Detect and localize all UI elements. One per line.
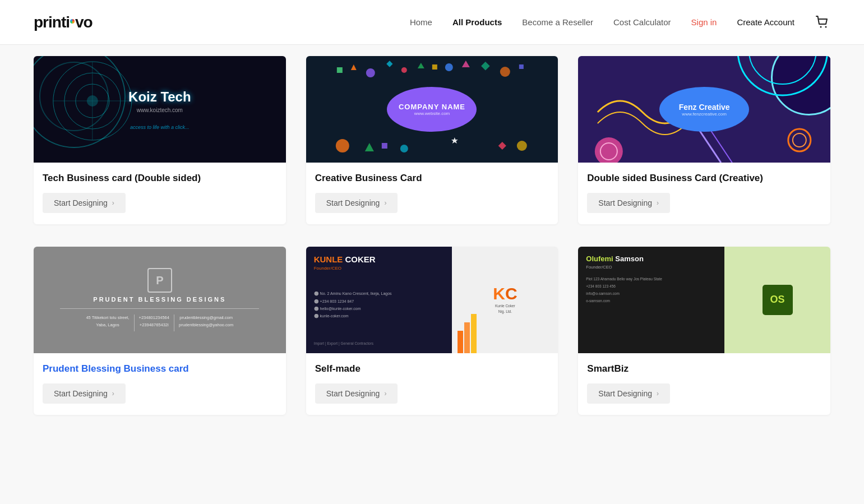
smartbiz-contact: Plot 123 Ahamadu Bello way Jos Plateau S… [586,275,717,304]
chevron-right-icon: › [112,199,114,207]
smartbiz-left: Olufemi Samson Founder/CEO Plot 123 Aham… [578,247,724,353]
svg-marker-26 [451,137,458,144]
svg-rect-11 [386,61,392,67]
product-info-prudent: Prudent Blessing Business card Start Des… [34,353,286,415]
header: printi vo Home All Products Become a Res… [0,0,864,45]
prudent-contact-row: 45 Titikekori tolu street,Yaba, Lagos +2… [86,315,233,331]
svg-rect-24 [498,142,506,150]
smartbiz-name: Olufemi Samson [586,255,717,263]
smartbiz-right: OS [724,247,830,353]
card-tech-company: Koiz Tech [128,89,191,105]
start-designing-button-selfmade[interactable]: Start Designing › [315,383,398,404]
svg-point-28 [749,56,816,84]
product-info-tech: Tech Business card (Double sided) Start … [34,163,286,224]
svg-point-5 [87,95,98,107]
nav-home[interactable]: Home [410,17,432,27]
product-title-smartbiz: SmartBiz [587,362,821,376]
svg-point-10 [366,68,375,77]
svg-rect-14 [432,64,437,70]
products-grid: Koiz Tech www.koiztech.com access to lif… [34,45,830,415]
selfmade-bars [458,314,477,353]
prudent-divider [60,308,259,309]
product-image-tech: Koiz Tech www.koiztech.com access to lif… [34,56,286,163]
product-title-prudent: Prudent Blessing Business card [43,362,277,376]
product-card-double-sided-creative: Fenz Creative www.fenzcreative.com Doubl… [578,56,830,224]
product-card-creative-business-card: COMPANY NAME www.website.com Creative Bu… [306,56,558,224]
logo-text-after: vo [75,13,93,31]
start-designing-button-tech[interactable]: Start Designing › [43,193,126,213]
svg-point-23 [400,145,408,152]
selfmade-footer: Import | Export | General Contractors [314,341,445,345]
chevron-right-icon: › [657,199,659,207]
card-double-oval: Fenz Creative www.fenzcreative.com [659,87,749,132]
card-preview-creative: COMPANY NAME www.website.com [306,56,558,163]
product-card-tech-business-card: Koiz Tech www.koiztech.com access to lif… [34,56,286,224]
prudent-divider-v [134,315,135,331]
svg-rect-22 [381,143,387,149]
card-creative-company: COMPANY NAME [399,103,465,111]
svg-line-31 [699,129,721,163]
svg-point-15 [445,63,452,71]
card-preview-tech: Koiz Tech www.koiztech.com access to lif… [34,56,286,163]
product-info-smartbiz: SmartBiz Start Designing › [578,353,830,415]
product-info-creative: Creative Business Card Start Designing › [306,163,558,224]
smartbiz-role: Founder/CEO [586,265,717,270]
svg-point-29 [595,137,623,163]
product-info-double: Double sided Business Card (Creative) St… [578,163,830,224]
cart-icon[interactable] [815,15,830,30]
card-preview-selfmade: KUNLE COKER Founder/CEO ⚪ No. 2 Aminu Ka… [306,247,558,353]
selfmade-monogram: KC [493,285,517,302]
selfmade-company: Kunle CokerNig. Ltd. [495,303,515,315]
svg-marker-16 [461,61,469,67]
svg-point-12 [401,67,406,73]
svg-point-34 [793,133,806,147]
chevron-right-icon: › [112,390,114,397]
prudent-emails: prudentblessing@gmail.comprudentblessing… [179,315,233,329]
selfmade-left: KUNLE COKER Founder/CEO ⚪ No. 2 Aminu Ka… [306,247,452,353]
svg-point-4 [76,84,109,118]
card-preview-smartbiz: Olufemi Samson Founder/CEO Plot 123 Aham… [578,247,830,353]
chevron-right-icon: › [384,390,386,397]
start-designing-button-smartbiz[interactable]: Start Designing › [587,383,670,404]
nav-cost-calculator[interactable]: Cost Calculator [613,17,671,27]
product-title-double: Double sided Business Card (Creative) [587,172,821,185]
svg-point-20 [335,139,349,152]
card-double-url: www.fenzcreative.com [682,112,727,117]
nav-create-account[interactable]: Create Account [737,17,794,27]
logo-text-before: printi [34,13,70,31]
start-designing-button-prudent[interactable]: Start Designing › [43,383,126,404]
prudent-company-name: PRUDENT BLESSING DESIGNS [93,296,226,303]
nav-become-reseller[interactable]: Become a Reseller [522,17,593,27]
svg-rect-8 [336,67,342,73]
product-title-creative: Creative Business Card [315,172,549,185]
product-title-tech: Tech Business card (Double sided) [43,172,277,185]
product-image-creative: COMPANY NAME www.website.com [306,56,558,163]
product-image-selfmade: KUNLE COKER Founder/CEO ⚪ No. 2 Aminu Ka… [306,247,558,353]
selfmade-right: KC Kunle CokerNig. Ltd. [452,247,558,353]
svg-marker-13 [417,63,424,68]
svg-point-18 [500,67,510,77]
svg-marker-9 [350,64,356,70]
product-image-smartbiz: Olufemi Samson Founder/CEO Plot 123 Aham… [578,247,830,353]
nav-sign-in[interactable]: Sign in [691,17,717,27]
svg-point-0 [820,26,822,27]
smartbiz-monogram: OS [763,285,793,315]
card-preview-prudent: P PRUDENT BLESSING DESIGNS 45 Titikekori… [34,247,286,353]
nav-all-products[interactable]: All Products [452,17,502,27]
card-tech-tagline: access to life with a click... [128,124,191,130]
svg-point-1 [825,26,827,27]
svg-point-33 [788,129,811,151]
start-designing-button-double[interactable]: Start Designing › [587,193,670,213]
start-designing-button-creative[interactable]: Start Designing › [315,193,398,213]
card-creative-url: www.website.com [414,111,450,116]
chevron-right-icon: › [657,390,659,397]
logo[interactable]: printi vo [34,13,93,31]
prudent-address: 45 Titikekori tolu street,Yaba, Lagos [86,315,129,329]
svg-rect-19 [519,64,523,69]
chevron-right-icon: › [384,199,386,207]
product-title-selfmade: Self-made [315,362,549,376]
product-image-prudent: P PRUDENT BLESSING DESIGNS 45 Titikekori… [34,247,286,353]
logo-dot-icon [70,19,75,24]
prudent-logo-box: P [147,268,172,293]
card-creative-oval: COMPANY NAME www.website.com [387,87,477,132]
